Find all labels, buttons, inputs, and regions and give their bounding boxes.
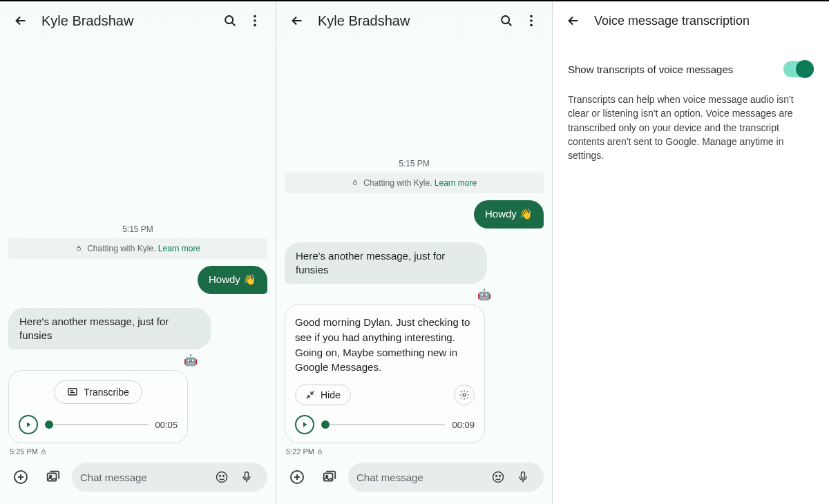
svg-point-10 (217, 472, 227, 483)
hide-label: Hide (321, 389, 341, 400)
gallery-button[interactable] (40, 465, 65, 490)
svg-point-1 (254, 15, 256, 18)
svg-rect-5 (68, 389, 77, 395)
timestamp: 5:15 PM (285, 159, 544, 168)
svg-rect-4 (77, 248, 80, 251)
emoji-icon[interactable] (486, 465, 511, 490)
banner-text: Chatting with Kyle. (363, 178, 435, 188)
incoming-message[interactable]: Here's another message, just for funsies (285, 242, 487, 284)
add-button[interactable] (285, 465, 309, 490)
svg-rect-18 (353, 182, 356, 185)
svg-point-26 (499, 476, 501, 477)
timestamp: 5:15 PM (8, 224, 267, 234)
banner-text: Chatting with Kyle. (87, 244, 158, 253)
svg-point-11 (220, 476, 221, 477)
play-button[interactable] (295, 415, 314, 434)
more-icon[interactable] (519, 8, 544, 33)
back-icon[interactable] (561, 8, 586, 33)
input-placeholder: Chat message (80, 472, 209, 483)
outgoing-message[interactable]: Howdy 👋 (198, 266, 267, 293)
bot-icon: 🤖 (184, 353, 196, 366)
toggle-row: Show transcripts of voice messages (568, 61, 814, 77)
scrubber[interactable] (321, 424, 445, 425)
message-meta: 5:22 PM (286, 447, 542, 456)
gallery-button[interactable] (316, 465, 341, 490)
play-button[interactable] (19, 415, 38, 434)
outgoing-message[interactable]: Howdy 👋 (474, 200, 544, 228)
svg-point-15 (530, 15, 533, 18)
chat-pane-expanded: Kyle Bradshaw 5:15 PM Chatting with Kyle… (276, 1, 553, 504)
voice-message-card-expanded: Good morning Dylan. Just checking to see… (285, 304, 485, 443)
lock-icon (352, 178, 361, 188)
emoji-icon[interactable] (209, 465, 234, 490)
svg-point-24 (493, 472, 504, 483)
chat-title: Kyle Bradshaw (318, 13, 494, 29)
encryption-banner: Chatting with Kyle. Learn more (8, 238, 267, 259)
svg-point-25 (496, 476, 497, 477)
chat-pane-collapsed: Kyle Bradshaw 5:15 PM Chatting with Kyle… (0, 1, 276, 504)
more-icon[interactable] (242, 8, 267, 33)
svg-point-0 (225, 16, 233, 23)
settings-title: Voice message transcription (594, 14, 821, 28)
message-input[interactable]: Chat message (72, 463, 267, 492)
collapse-icon (305, 390, 315, 400)
duration: 00:05 (155, 420, 178, 430)
toggle-switch[interactable] (783, 61, 814, 77)
svg-rect-13 (245, 472, 249, 478)
topbar: Kyle Bradshaw (0, 1, 276, 40)
topbar: Kyle Bradshaw (276, 1, 552, 40)
gear-icon[interactable] (454, 385, 475, 405)
settings-pane: Voice message transcription Show transcr… (553, 1, 829, 504)
encryption-banner: Chatting with Kyle. Learn more (285, 173, 544, 193)
learn-more-link[interactable]: Learn more (435, 178, 477, 188)
chat-title: Kyle Bradshaw (41, 13, 218, 29)
svg-rect-6 (42, 452, 46, 454)
svg-point-12 (223, 476, 225, 477)
transcript-text: Good morning Dylan. Just checking to see… (295, 315, 475, 375)
svg-rect-20 (318, 452, 322, 454)
settings-description: Transcripts can help when voice message … (568, 93, 814, 162)
svg-point-14 (502, 16, 509, 23)
message-input[interactable]: Chat message (348, 463, 544, 492)
transcribe-label: Transcribe (84, 387, 129, 398)
toggle-label: Show transcripts of voice messages (568, 64, 733, 75)
composer: Chat message (0, 463, 276, 504)
composer: Chat message (276, 463, 552, 504)
voice-message-card: Transcribe 00:05 (8, 370, 188, 443)
mic-icon[interactable] (511, 465, 535, 490)
search-icon[interactable] (494, 8, 519, 33)
incoming-message[interactable]: Here's another message, just for funsies (8, 308, 211, 350)
audio-player: 00:09 (295, 415, 475, 434)
audio-player: 00:05 (19, 415, 178, 434)
svg-point-19 (463, 394, 466, 396)
lock-icon (75, 244, 84, 253)
svg-point-16 (530, 19, 533, 22)
topbar: Voice message transcription (553, 1, 829, 40)
back-icon[interactable] (8, 8, 33, 33)
input-placeholder: Chat message (356, 472, 486, 483)
svg-point-17 (530, 24, 533, 27)
transcript-icon (67, 387, 78, 398)
back-icon[interactable] (285, 8, 309, 33)
duration: 00:09 (452, 420, 475, 430)
svg-point-2 (254, 19, 256, 22)
svg-point-3 (254, 24, 256, 27)
search-icon[interactable] (218, 8, 242, 33)
add-button[interactable] (8, 465, 33, 490)
hide-button[interactable]: Hide (295, 385, 351, 405)
message-meta: 5:25 PM (10, 447, 266, 456)
learn-more-link[interactable]: Learn more (158, 244, 200, 253)
bot-icon: 🤖 (477, 288, 490, 300)
transcribe-button[interactable]: Transcribe (54, 380, 142, 404)
svg-rect-27 (522, 472, 525, 478)
mic-icon[interactable] (234, 465, 259, 490)
scrubber[interactable] (45, 424, 148, 425)
